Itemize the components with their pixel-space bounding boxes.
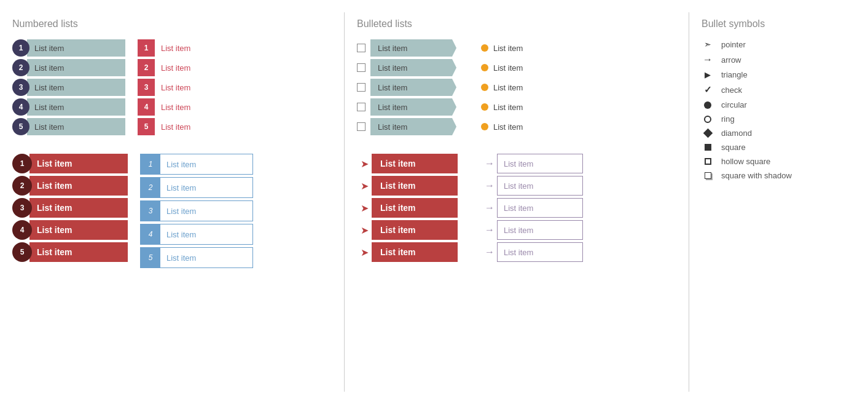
bull-label: List item [370, 118, 456, 135]
checkbox-icon [357, 63, 366, 72]
bull-label: List item [493, 44, 523, 53]
bull-label: List item [493, 103, 523, 112]
arrow-icon: → [482, 202, 497, 213]
list-item: 4 List item [138, 98, 197, 116]
orange-dot-icon [481, 103, 488, 111]
num-label: List item [155, 59, 197, 76]
num-badge-blue-5: 5 [141, 248, 160, 267]
bull-list-pointer: ➤ List item ➤ List item ➤ List item ➤ Li… [357, 154, 458, 262]
bull-label: List item [497, 242, 583, 262]
list-item: 1 List item [138, 39, 197, 57]
num-badge-dr-4: 4 [12, 220, 32, 240]
num-list-style1: 1 List item 2 List item 3 List item 4 Li… [12, 39, 125, 135]
list-item: List item [481, 79, 523, 96]
bull-label: List item [370, 98, 456, 116]
num-badge-1: 1 [12, 39, 29, 57]
num-badge-pink-3: 3 [138, 79, 155, 96]
num-badge-blue-2: 2 [141, 178, 160, 197]
num-badge-blue-1: 1 [141, 154, 160, 174]
symbol-label: hollow square [721, 157, 770, 166]
symbol-item-square: square [702, 143, 837, 152]
num-badge-blue-4: 4 [141, 224, 160, 244]
circular-symbol-icon [702, 101, 714, 109]
orange-dot-icon [481, 123, 488, 130]
num-label: List item [155, 39, 197, 57]
bulleted-top-row: List item List item List item List item [357, 39, 676, 135]
symbol-label: arrow [721, 55, 741, 65]
bull-label: List item [372, 242, 458, 262]
numbered-lists-content: 1 List item 2 List item 3 List item 4 Li… [12, 39, 332, 268]
checkbox-icon [357, 83, 366, 92]
check-symbol-icon: ✓ [702, 84, 714, 95]
list-item: 4 List item [12, 220, 128, 240]
bull-label: List item [497, 176, 583, 196]
list-item: ➤ List item [357, 176, 458, 196]
list-item: List item [481, 39, 523, 57]
num-label: List item [29, 242, 128, 262]
bulleted-lists-section: Bulleted lists List item List item [357, 12, 676, 392]
bullet-symbols-title: Bullet symbols [702, 18, 837, 30]
arrow-icon: → [482, 247, 497, 258]
list-item: List item [481, 59, 523, 76]
pointer-icon: ➤ [357, 224, 372, 236]
symbol-item-ring: ring [702, 114, 837, 124]
num-label: List item [160, 201, 252, 221]
square-symbol-icon [702, 144, 714, 151]
main-container: Numbered lists 1 List item 2 List item 3 [12, 12, 856, 392]
list-item: List item [357, 118, 456, 135]
num-badge-pink-1: 1 [138, 39, 155, 57]
bull-label: List item [493, 122, 523, 132]
pointer-icon: ➤ [357, 158, 372, 170]
num-label: List item [155, 118, 197, 135]
bullet-symbols-list: ➣ pointer → arrow ▶ triangle ✓ check cir… [702, 39, 837, 180]
num-badge-5: 5 [12, 118, 29, 135]
num-label: List item [27, 98, 125, 116]
pointer-icon: ➤ [357, 202, 372, 214]
num-badge-blue-3: 3 [141, 201, 160, 221]
vertical-divider [344, 12, 345, 392]
numbered-lists-title: Numbered lists [12, 18, 332, 30]
num-badge-dr-5: 5 [12, 242, 32, 262]
list-item: 5 List item [138, 118, 197, 135]
arrow-icon: → [482, 180, 497, 191]
orange-dot-icon [481, 84, 488, 91]
symbol-item-check: ✓ check [702, 84, 837, 95]
bull-label: List item [493, 83, 523, 92]
num-label: List item [29, 176, 128, 196]
symbol-item-square-shadow: square with shadow [702, 171, 837, 180]
orange-dot-icon [481, 64, 488, 71]
list-item: 2 List item [138, 59, 197, 76]
bulleted-bottom-row: ➤ List item ➤ List item ➤ List item ➤ Li… [357, 154, 676, 262]
list-item: 1 List item [140, 154, 253, 175]
bull-label: List item [372, 154, 458, 173]
bull-label: List item [370, 39, 456, 57]
num-badge-dr-2: 2 [12, 176, 32, 196]
list-item: ➤ List item [357, 198, 458, 218]
hollow-square-symbol-icon [702, 158, 714, 165]
num-label: List item [27, 118, 125, 135]
arrow-icon: → [482, 158, 497, 169]
num-badge-dr-3: 3 [12, 198, 32, 218]
numbered-lists-section: Numbered lists 1 List item 2 List item 3 [12, 12, 332, 392]
pointer-icon: ➤ [357, 180, 372, 192]
symbol-label: ring [721, 114, 735, 124]
num-badge-3: 3 [12, 79, 29, 96]
symbol-item-hollow-square: hollow square [702, 157, 837, 166]
list-item: 5 List item [140, 247, 253, 268]
num-label: List item [29, 198, 128, 218]
list-item: 1 List item [12, 154, 128, 173]
list-item: → List item [482, 176, 583, 196]
list-item: List item [357, 79, 456, 96]
numbered-top-row: 1 List item 2 List item 3 List item 4 Li… [12, 39, 332, 135]
num-badge-dr-1: 1 [12, 154, 32, 173]
ring-symbol-icon [702, 116, 714, 123]
list-item: List item [357, 59, 456, 76]
list-item: ➤ List item [357, 242, 458, 262]
triangle-symbol-icon: ▶ [702, 70, 714, 79]
num-badge-pink-2: 2 [138, 59, 155, 76]
list-item: List item [481, 98, 523, 116]
bull-label: List item [497, 220, 583, 240]
symbol-label: triangle [721, 70, 748, 79]
diamond-symbol-icon [702, 130, 714, 137]
num-label: List item [27, 39, 125, 57]
